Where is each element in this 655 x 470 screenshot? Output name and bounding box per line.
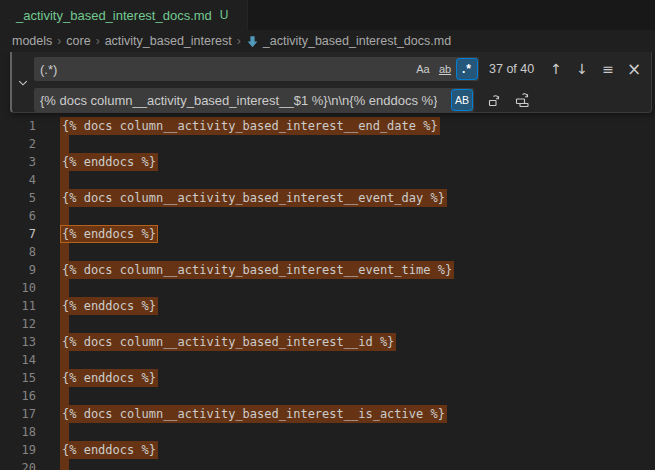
editor-line[interactable]: 17{% docs column__activity_based_interes… — [0, 405, 655, 423]
line-number: 14 — [0, 351, 36, 369]
line-number: 6 — [0, 207, 36, 225]
line-number: 17 — [0, 405, 36, 423]
find-in-selection-button[interactable]: ≡ — [597, 58, 619, 80]
line-text — [60, 423, 69, 441]
line-text — [60, 351, 69, 369]
replace-row: {% docs column__activity_based_interest_… — [34, 86, 651, 114]
line-text — [60, 315, 69, 333]
replace-button[interactable] — [484, 89, 506, 111]
selection-lines-icon: ≡ — [602, 61, 614, 77]
line-text — [60, 459, 69, 470]
line-text: {% docs column__activity_based_interest_… — [60, 117, 440, 135]
editor-line[interactable]: 5{% docs column__activity_based_interest… — [0, 189, 655, 207]
editor-line[interactable]: 19{% enddocs %} — [0, 441, 655, 459]
line-text: {% docs column__activity_based_interest_… — [60, 261, 454, 279]
line-number: 3 — [0, 153, 36, 171]
line-text: {% enddocs %} — [60, 153, 158, 171]
breadcrumb-separator-icon: › — [57, 34, 61, 48]
line-text: {% docs column__activity_based_interest_… — [60, 333, 396, 351]
line-number: 18 — [0, 423, 36, 441]
line-number: 1 — [0, 117, 36, 135]
line-text — [60, 243, 69, 261]
editor-line[interactable]: 6 — [0, 207, 655, 225]
find-row: (.*) Aa ab .* 37 of 40 ↑ ↓ ≡ × — [34, 55, 651, 83]
editor-line[interactable]: 4 — [0, 171, 655, 189]
find-replace-widget: (.*) Aa ab .* 37 of 40 ↑ ↓ ≡ × — [10, 52, 652, 113]
editor-line[interactable]: 2 — [0, 135, 655, 153]
line-number: 7 — [0, 225, 36, 243]
tab-activity-based-interest-docs[interactable]: _activity_based_interest_docs.md U — [0, 0, 248, 30]
find-input-value: (.*) — [34, 62, 57, 77]
editor-line[interactable]: 8 — [0, 243, 655, 261]
breadcrumb: models › core › activity_based_interest … — [0, 30, 655, 52]
breadcrumb-activity-based-interest[interactable]: activity_based_interest — [105, 34, 232, 48]
code-lines: 1{% docs column__activity_based_interest… — [0, 117, 655, 470]
replace-all-icon — [515, 92, 531, 108]
preserve-case-toggle[interactable]: AB — [452, 90, 472, 110]
line-number: 4 — [0, 171, 36, 189]
previous-match-button[interactable]: ↑ — [545, 58, 567, 80]
line-number: 16 — [0, 387, 36, 405]
line-text — [60, 279, 69, 297]
editor-line[interactable]: 12 — [0, 315, 655, 333]
line-text — [60, 207, 69, 225]
match-case-toggle[interactable]: Aa — [413, 59, 433, 79]
line-number: 15 — [0, 369, 36, 387]
line-number: 11 — [0, 297, 36, 315]
regex-toggle[interactable]: .* — [457, 59, 477, 79]
editor-line[interactable]: 11{% enddocs %} — [0, 297, 655, 315]
find-input[interactable]: (.*) Aa ab .* — [34, 57, 479, 81]
chevron-down-icon — [17, 77, 29, 89]
line-text — [60, 171, 69, 189]
breadcrumb-models[interactable]: models — [12, 34, 52, 48]
editor-line[interactable]: 1{% docs column__activity_based_interest… — [0, 117, 655, 135]
breadcrumb-file[interactable]: _activity_based_interest_docs.md — [246, 34, 451, 48]
markdown-icon — [246, 35, 259, 48]
line-number: 13 — [0, 333, 36, 351]
line-text: {% docs column__activity_based_interest_… — [60, 405, 447, 423]
line-number: 8 — [0, 243, 36, 261]
line-number: 2 — [0, 135, 36, 153]
breadcrumb-separator-icon: › — [237, 34, 241, 48]
line-number: 5 — [0, 189, 36, 207]
line-text: {% enddocs %} — [60, 225, 158, 243]
arrow-down-icon: ↓ — [576, 61, 588, 77]
line-text: {% enddocs %} — [60, 297, 158, 315]
editor-line[interactable]: 7{% enddocs %} — [0, 225, 655, 243]
editor-line[interactable]: 10 — [0, 279, 655, 297]
replace-all-button[interactable] — [512, 89, 534, 111]
replace-input[interactable]: {% docs column__activity_based_interest_… — [34, 88, 474, 112]
editor-line[interactable]: 18 — [0, 423, 655, 441]
line-text — [60, 387, 69, 405]
editor-line[interactable]: 16 — [0, 387, 655, 405]
line-number: 20 — [0, 459, 36, 470]
editor-line[interactable]: 13{% docs column__activity_based_interes… — [0, 333, 655, 351]
replace-icon — [487, 92, 503, 108]
breadcrumb-core[interactable]: core — [66, 34, 90, 48]
line-text — [60, 135, 69, 153]
editor-line[interactable]: 9{% docs column__activity_based_interest… — [0, 261, 655, 279]
editor-line[interactable]: 15{% enddocs %} — [0, 369, 655, 387]
close-icon: × — [627, 59, 641, 79]
breadcrumb-file-label: _activity_based_interest_docs.md — [263, 34, 451, 48]
whole-word-toggle[interactable]: ab — [435, 59, 455, 79]
next-match-button[interactable]: ↓ — [571, 58, 593, 80]
editor[interactable]: (.*) Aa ab .* 37 of 40 ↑ ↓ ≡ × — [0, 52, 655, 470]
tab-bar: _activity_based_interest_docs.md U — [0, 0, 655, 30]
whole-word-label: ab — [439, 63, 451, 75]
tab-filename: _activity_based_interest_docs.md — [16, 8, 212, 23]
line-text: {% enddocs %} — [60, 369, 158, 387]
line-number: 10 — [0, 279, 36, 297]
line-number: 19 — [0, 441, 36, 459]
breadcrumb-separator-icon: › — [96, 34, 100, 48]
arrow-up-icon: ↑ — [550, 61, 562, 77]
replace-input-value: {% docs column__activity_based_interest_… — [34, 93, 437, 108]
editor-line[interactable]: 3{% enddocs %} — [0, 153, 655, 171]
toggle-replace-button[interactable] — [12, 52, 34, 113]
line-number: 9 — [0, 261, 36, 279]
close-find-button[interactable]: × — [623, 58, 645, 80]
line-number: 12 — [0, 315, 36, 333]
editor-line[interactable]: 14 — [0, 351, 655, 369]
editor-line[interactable]: 20 — [0, 459, 655, 470]
vscode-window: _activity_based_interest_docs.md U model… — [0, 0, 655, 470]
